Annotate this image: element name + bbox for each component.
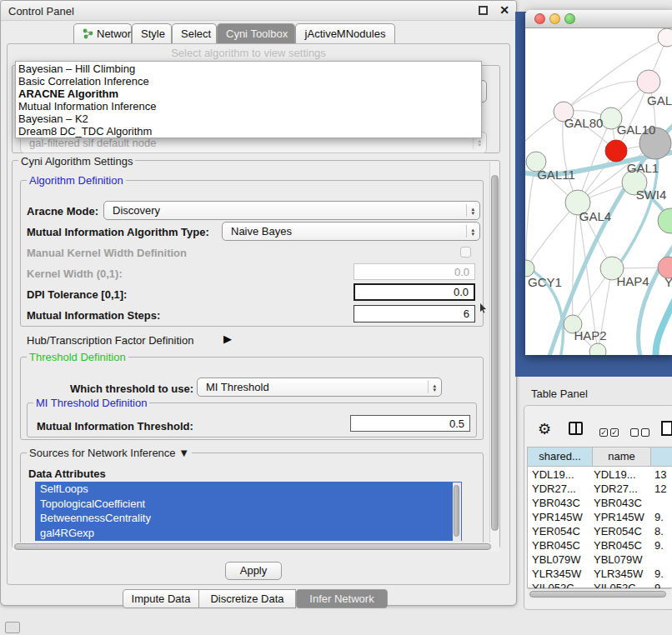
node-green-right[interactable]	[658, 208, 672, 233]
hub-definition-label: Hub/Transcription Factor Definition	[27, 334, 193, 347]
column-header-shared-name[interactable]: shared...	[527, 447, 593, 467]
combo-spinner-icon: ▴▾	[428, 381, 436, 393]
algorithm-option[interactable]: Mutual Information Inference	[16, 100, 481, 112]
tab-jactivemnodules[interactable]: jActiveMNodules	[295, 23, 395, 43]
tab-discretize-data[interactable]: Discretize Data	[199, 589, 296, 608]
attribute-item[interactable]: gal4RGexp	[35, 526, 462, 541]
tab-infer-network[interactable]: Infer Network	[296, 589, 388, 608]
node-partial-bottom[interactable]	[589, 343, 606, 355]
aracne-mode-combo[interactable]: Discovery ▴▾	[103, 201, 480, 220]
horizontal-scrollbar[interactable]	[13, 542, 499, 552]
node-gal2[interactable]	[637, 70, 660, 93]
node-partial-top[interactable]	[658, 28, 672, 47]
manual-kernel-checkbox[interactable]	[460, 247, 471, 258]
node-label: SWI4	[636, 188, 667, 202]
tab-style[interactable]: Style	[132, 23, 172, 43]
node-gcy1[interactable]	[525, 260, 534, 277]
combo-spinner-icon: ▴▾	[466, 204, 474, 217]
dpi-tolerance-label: DPI Tolerance [0,1]:	[27, 288, 127, 301]
data-attributes-list[interactable]: SelfLoops TopologicalCoefficient Between…	[35, 482, 462, 541]
which-threshold-label: Which threshold to use:	[70, 382, 193, 395]
node-label: Y	[664, 275, 672, 289]
dpi-tolerance-field[interactable]: 0.0	[354, 283, 475, 301]
document-icon[interactable]	[661, 421, 672, 436]
algorithm-option[interactable]: Basic Correlation Inference	[16, 75, 481, 88]
attribute-item[interactable]: BetweennessCentrality	[35, 511, 462, 526]
mouse-cursor	[479, 303, 488, 313]
tab-cyni-toolbox[interactable]: Cyni Toolbox	[217, 23, 295, 43]
threshold-definition-label: Threshold Definition	[27, 351, 128, 363]
screen: Control Panel ✕ Network Style Select Cyn…	[0, 0, 672, 635]
aracne-mode-label: Aracne Mode:	[27, 205, 98, 218]
aracne-mode-value: Discovery	[113, 204, 160, 217]
mi-type-combo[interactable]: Naive Bayes ▴▾	[222, 222, 480, 241]
mi-threshold-field[interactable]: 0.5	[350, 415, 470, 432]
algorithm-option[interactable]: Bayesian – K2	[16, 112, 481, 125]
network-window: GAL GAL80 GAL10 GAL1 GAL11 SWI4 GAL4 GCY…	[525, 10, 672, 355]
algorithm-option[interactable]: Bayesian – Hill Climbing	[16, 62, 481, 75]
close-window-icon[interactable]	[534, 13, 545, 24]
control-panel-titlebar: Control Panel ✕	[1, 1, 516, 21]
node-label: GAL4	[579, 209, 611, 223]
close-panel-icon[interactable]: ✕	[499, 3, 509, 17]
zoom-window-icon[interactable]	[564, 13, 575, 24]
tab-network[interactable]: Network	[73, 23, 132, 43]
hub-expand-arrow-icon[interactable]: ▶	[223, 332, 232, 345]
apply-button[interactable]: Apply	[225, 562, 282, 580]
sources-group-label: Sources for Network Inference ▼	[27, 447, 192, 459]
kernel-width-label: Kernel Width (0,1):	[27, 268, 123, 280]
algorithm-option-selected[interactable]: ARACNE Algorithm	[16, 88, 481, 100]
node-label: GAL	[647, 93, 672, 108]
split-columns-icon[interactable]	[569, 422, 583, 435]
gear-icon[interactable]: ⚙	[538, 420, 551, 438]
attribute-item[interactable]: TopologicalCoefficient	[35, 497, 462, 512]
settings-scrollbar[interactable]	[489, 162, 499, 547]
attributes-scrollbar[interactable]	[453, 482, 461, 541]
settings-scrollbar-thumb[interactable]	[491, 175, 499, 531]
attributes-scrollbar-thumb[interactable]	[454, 485, 459, 537]
tab-network-label: Network	[97, 28, 137, 40]
mi-type-value: Naive Bayes	[231, 225, 292, 238]
sources-collapse-arrow-icon[interactable]: ▼	[178, 447, 189, 459]
kernel-width-field: 0.0	[354, 263, 475, 280]
sources-title: Sources for Network Inference	[29, 447, 176, 459]
table-rows: YDL19...YDL19...13 YDR27...YDR27...12 YB…	[528, 468, 671, 588]
mi-steps-field[interactable]: 6	[354, 305, 475, 322]
deselect-all-checks-icon[interactable]	[630, 424, 649, 439]
network-canvas[interactable]: GAL GAL80 GAL10 GAL1 GAL11 SWI4 GAL4 GCY…	[525, 28, 672, 355]
algorithm-dropdown-popup: Bayesian – Hill Climbing Basic Correlati…	[15, 61, 482, 138]
algorithm-option[interactable]: Dream8 DC_TDC Algorithm	[16, 125, 481, 138]
select-all-checks-icon[interactable]: ✓✓	[599, 424, 619, 439]
tab-select[interactable]: Select	[172, 23, 217, 43]
table-horizontal-scrollbar[interactable]	[528, 588, 671, 599]
mi-threshold-group-label: MI Threshold Definition	[33, 397, 149, 409]
algorithm-definition-label: Algorithm Definition	[27, 174, 126, 187]
network-labels: GAL GAL80 GAL10 GAL1 GAL11 SWI4 GAL4 GCY…	[528, 93, 672, 342]
algorithm-hint-text: Select algorithm to view settings	[15, 47, 482, 59]
node-gal1-red[interactable]	[605, 140, 627, 162]
horizontal-scrollbar-thumb[interactable]	[14, 543, 491, 550]
node-label: GAL11	[537, 168, 575, 182]
column-header-partial[interactable]	[650, 447, 672, 467]
network-window-titlebar	[525, 10, 672, 28]
which-threshold-combo[interactable]: MI Threshold ▴▾	[197, 378, 442, 397]
attribute-item[interactable]: SelfLoops	[35, 482, 462, 497]
mi-type-label: Mutual Information Algorithm Type:	[27, 226, 209, 238]
tab-cyni-toolbox-label: Cyni Toolbox	[226, 28, 288, 40]
float-panel-icon[interactable]	[479, 6, 488, 15]
column-header-name[interactable]: name	[592, 447, 651, 467]
node-label: HAP2	[574, 328, 606, 342]
cyni-settings-group-label: Cyni Algorithm Settings	[18, 155, 135, 168]
mi-steps-label: Mutual Information Steps:	[27, 309, 160, 322]
tab-jactivemnodules-label: jActiveMNodules	[305, 28, 386, 40]
minimize-window-icon[interactable]	[549, 13, 560, 24]
mi-threshold-label: Mutual Information Threshold:	[37, 420, 193, 432]
node-label: GCY1	[528, 275, 562, 289]
which-threshold-value: MI Threshold	[206, 381, 269, 393]
tab-impute-data[interactable]: Impute Data	[123, 589, 199, 608]
minimize-panel-button[interactable]	[5, 622, 20, 633]
network-icon	[83, 26, 93, 37]
tab-style-label: Style	[141, 28, 165, 40]
table-horizontal-scrollbar-thumb[interactable]	[529, 591, 666, 598]
table-panel-title: Table Panel	[531, 388, 588, 400]
